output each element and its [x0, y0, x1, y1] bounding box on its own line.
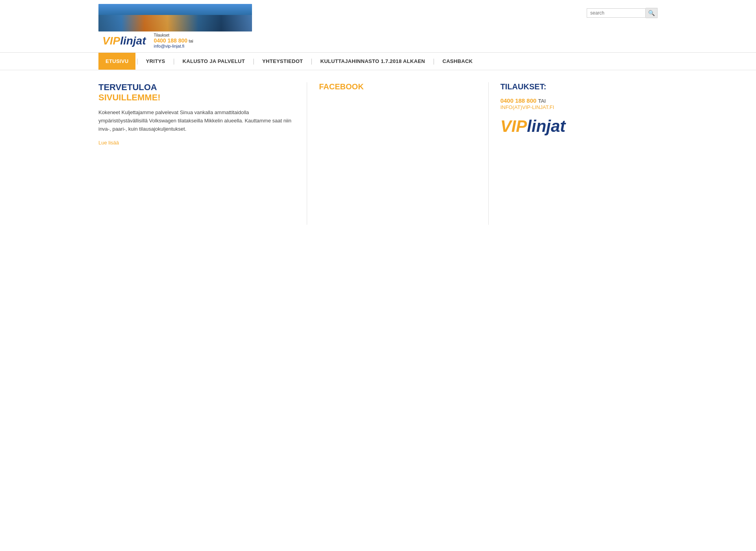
nav-yhteystiedot[interactable]: YHTEYSTIEDOT: [255, 53, 310, 70]
logo-vip: VIP: [102, 35, 120, 47]
nav-sep-5: |: [432, 58, 435, 65]
search-button[interactable]: 🔍: [646, 8, 658, 18]
nav-sep-4: |: [310, 58, 313, 65]
nav-sep-1: |: [135, 58, 139, 65]
facebook-column: FACEBOOK: [307, 82, 488, 225]
nav-sep-2: |: [172, 58, 175, 65]
header-email: info@vip-linjat.fi: [154, 44, 193, 48]
sidebar-vip: VIP: [500, 117, 527, 135]
logo-area: VIPlinjat Tilaukset 0400 188 800 tai inf…: [98, 4, 252, 48]
header-phone: 0400 188 800: [154, 37, 187, 44]
welcome-column: TERVETULOA SIVUILLEMME! Kokeneet Kuljett…: [98, 82, 307, 225]
tilaukset-phone: 0400 188 800: [500, 97, 537, 104]
nav-hinnasto[interactable]: KULUTTAJAHINNASTO 1.7.2018 ALKAEN: [313, 53, 432, 70]
read-more-link[interactable]: Lue lisää: [98, 140, 119, 146]
main-nav: ETUSIVU | YRITYS | KALUSTO JA PALVELUT |…: [0, 53, 756, 70]
nav-cashback[interactable]: CASHBACK: [435, 53, 480, 70]
welcome-title-line2: SIVUILLEMME!: [98, 92, 295, 103]
tilaukset-title: TILAUKSET:: [500, 82, 658, 91]
search-area: 🔍: [587, 8, 658, 18]
search-input[interactable]: [587, 8, 646, 18]
tilaukset-label: Tilaukset: [154, 33, 193, 37]
logo-linjat: linjat: [120, 35, 146, 47]
nav-yritys[interactable]: YRITYS: [139, 53, 172, 70]
welcome-title-line1: TERVETULOA: [98, 82, 295, 92]
logo-text-area: VIPlinjat Tilaukset 0400 188 800 tai inf…: [98, 31, 193, 48]
sidebar-logo: VIPlinjat: [500, 118, 658, 135]
banner-cityscape: [98, 4, 252, 31]
sidebar-linjat: linjat: [527, 117, 565, 135]
nav-kalusto[interactable]: KALUSTO JA PALVELUT: [176, 53, 252, 70]
header-tai-word: tai: [189, 39, 193, 43]
welcome-body: Kokeneet Kuljettajamme palvelevat Sinua …: [98, 109, 295, 133]
site-logo[interactable]: VIPlinjat: [102, 35, 146, 47]
header: VIPlinjat Tilaukset 0400 188 800 tai inf…: [0, 0, 756, 53]
tilaukset-email[interactable]: INFO(AT)VIP-LINJAT.FI: [500, 104, 658, 110]
tilaukset-contact: 0400 188 800 TAI INFO(AT)VIP-LINJAT.FI: [500, 97, 658, 110]
tilaukset-tai-word: TAI: [538, 98, 546, 104]
nav-etusivu[interactable]: ETUSIVU: [98, 53, 135, 70]
main-content: TERVETULOA SIVUILLEMME! Kokeneet Kuljett…: [0, 70, 756, 237]
sidebar-logo-text: VIPlinjat: [500, 118, 658, 135]
header-contact: Tilaukset 0400 188 800 tai info@vip-linj…: [154, 33, 193, 48]
nav-sep-3: |: [252, 58, 255, 65]
header-banner: [98, 4, 252, 31]
facebook-title: FACEBOOK: [319, 82, 476, 91]
tilaukset-column: TILAUKSET: 0400 188 800 TAI INFO(AT)VIP-…: [489, 82, 658, 225]
